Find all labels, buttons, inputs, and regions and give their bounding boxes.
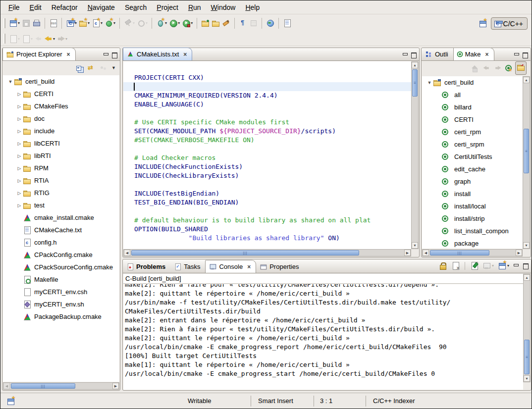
toolbar-drag-handle[interactable] — [3, 18, 5, 28]
make-vscrollbar[interactable]: ▲ ≡ ▼ — [523, 76, 530, 249]
scrollbar-thumb[interactable]: ≡ — [524, 129, 529, 173]
tree-row[interactable]: CMakeFiles — [3, 100, 119, 112]
menu-item[interactable]: Edit — [25, 1, 47, 13]
tree-row[interactable]: libRTI — [3, 150, 119, 162]
close-icon[interactable]: × — [66, 51, 70, 58]
collapse-all-icon[interactable] — [75, 64, 84, 72]
code-line[interactable]: OPTION(BUILD_SHARED — [123, 225, 411, 234]
make-target-row[interactable]: CERTI — [422, 113, 523, 126]
make-target-row[interactable]: list_install_compon — [422, 225, 523, 237]
fast-view-icon[interactable]: ★ — [6, 397, 15, 406]
menu-item[interactable]: Window — [206, 1, 241, 13]
open-perspective-icon[interactable]: ★ — [479, 19, 487, 28]
tree-row-root[interactable]: certi_build — [3, 75, 119, 88]
new-wizard-button[interactable]: ★▾ — [8, 18, 21, 28]
close-icon[interactable]: × — [485, 51, 489, 58]
back-button[interactable]: ▾ — [44, 35, 56, 43]
scroll-up-arrow[interactable]: ▲ — [524, 274, 530, 281]
editor-vscrollbar[interactable]: ▲ ≡ ▼ — [411, 61, 419, 249]
expander-icon[interactable] — [16, 116, 23, 121]
outline-doc-button[interactable] — [282, 18, 292, 28]
scrollbar-thumb[interactable]: ||| — [131, 250, 359, 256]
menu-item[interactable]: Project — [152, 1, 183, 13]
scroll-up-arrow[interactable]: ▲ — [412, 62, 418, 68]
menu-item[interactable]: Navigate — [83, 1, 120, 13]
open-type-button[interactable] — [200, 18, 211, 28]
scroll-left-arrow[interactable]: ◀ — [3, 383, 10, 389]
scroll-down-arrow[interactable]: ▼ — [524, 375, 530, 382]
new-c-project-button[interactable]: ★▾ — [65, 18, 78, 28]
open-file-button[interactable] — [211, 18, 221, 28]
make-target-row[interactable]: install — [422, 188, 523, 200]
code-line[interactable] — [123, 109, 411, 118]
build-target-icon[interactable]: ★ — [505, 65, 512, 71]
code-line[interactable] — [123, 207, 411, 216]
menu-item[interactable]: Run — [183, 1, 206, 13]
scroll-right-arrow[interactable]: ▶ — [404, 250, 411, 256]
menu-item[interactable]: Refactor — [47, 1, 83, 13]
perspective-cpp-button[interactable]: C/C++ — [491, 17, 528, 30]
show-whitespace-button[interactable] — [238, 18, 248, 28]
menu-item[interactable]: Help — [240, 1, 265, 13]
profile-button[interactable]: ▾ — [181, 18, 194, 28]
maximize-view-icon[interactable] — [111, 52, 117, 57]
tree-row[interactable]: RPM — [3, 162, 119, 174]
menu-item[interactable]: File — [3, 1, 25, 13]
tree-row[interactable]: test — [3, 199, 119, 211]
maximize-view-icon[interactable] — [522, 52, 528, 57]
expander-icon[interactable] — [16, 129, 23, 134]
code-line[interactable]: CMAKE_MINIMUM_REQUIRED(VERSION 2.4.4) — [123, 91, 411, 100]
code-line[interactable] — [123, 180, 411, 189]
scrollbar-thumb[interactable]: ||| — [11, 383, 75, 389]
debug-button[interactable]: ★▾ — [155, 18, 168, 28]
tab-cmakelists[interactable]: CMakeLists.txt × — [123, 48, 192, 60]
code-line[interactable]: INCLUDE(CheckFunctionExists) — [123, 162, 411, 171]
code-line[interactable]: "Build libraries as shared library" ON) — [123, 234, 411, 243]
tree-row[interactable]: CPackSourceConfig.cmake — [3, 261, 119, 273]
maximize-view-icon[interactable] — [523, 263, 528, 268]
console-output[interactable]: make[2]: Rien à faire pour « test/utilit… — [123, 284, 523, 390]
scroll-left-arrow[interactable]: ◀ — [423, 250, 429, 256]
scroll-lock-icon[interactable] — [439, 261, 447, 270]
expander-icon[interactable] — [16, 203, 23, 208]
run-button[interactable]: ▾ — [168, 18, 181, 28]
make-target-row[interactable]: package — [422, 237, 523, 249]
tree-row[interactable]: Makefile — [3, 273, 119, 286]
pin-console-icon[interactable] — [470, 261, 479, 270]
new-class-button[interactable]: ★▾ — [104, 18, 116, 28]
minimize-view-icon[interactable] — [514, 52, 519, 57]
scroll-down-arrow[interactable]: ▼ — [412, 242, 418, 249]
open-web-browser-button[interactable] — [265, 18, 275, 28]
scroll-right-arrow[interactable]: ▶ — [112, 383, 119, 389]
scrollbar-thumb[interactable]: ≡ — [412, 69, 418, 97]
code-line[interactable]: INCLUDE(TestBigEndian) — [123, 189, 411, 198]
project-explorer-hscrollbar[interactable]: ◀ ||| ▶ — [3, 382, 119, 390]
tree-row[interactable]: RTIA — [3, 174, 119, 187]
tree-row[interactable]: CMakeCache.txt — [3, 224, 119, 236]
toolbar-drag-handle[interactable] — [3, 34, 5, 44]
expander-icon[interactable] — [16, 92, 23, 97]
scroll-left-arrow[interactable]: ◀ — [124, 250, 130, 256]
maximize-view-icon[interactable] — [411, 52, 416, 57]
code-line[interactable]: # Load Checker macros — [123, 153, 411, 162]
scrollbar-thumb[interactable]: ||| — [430, 250, 489, 256]
make-target-row[interactable]: CertiUtilTests — [422, 151, 523, 163]
code-line[interactable]: # default behaviour is to build library … — [123, 216, 411, 225]
code-line[interactable] — [123, 82, 411, 91]
make-hscrollbar[interactable]: ◀ ||| ▶ — [422, 249, 523, 256]
editor-code-area[interactable]: PROJECT(CERTI CXX)CMAKE_MINIMUM_REQUIRED… — [123, 61, 411, 249]
tab-properties[interactable]: Properties — [256, 260, 304, 273]
tree-row[interactable]: include — [3, 125, 119, 137]
tab-outline[interactable]: Outli — [422, 48, 453, 60]
make-target-row[interactable]: billard — [422, 101, 523, 113]
minimize-view-icon[interactable] — [103, 52, 108, 57]
make-target-row[interactable]: certi_rpm — [422, 126, 523, 138]
make-target-row[interactable]: install/local — [422, 200, 523, 212]
print-button[interactable] — [31, 18, 42, 28]
scroll-down-arrow[interactable]: ▼ — [523, 242, 530, 249]
binary-file-button[interactable] — [48, 18, 58, 28]
code-line[interactable]: #SET(CMAKE_VERBOSE_MAKEFILE ON) — [123, 136, 411, 145]
scroll-up-arrow[interactable]: ▲ — [523, 77, 530, 83]
new-c-file-button[interactable]: ★▾ — [91, 18, 104, 28]
make-target-row[interactable]: install/strip — [422, 212, 523, 225]
